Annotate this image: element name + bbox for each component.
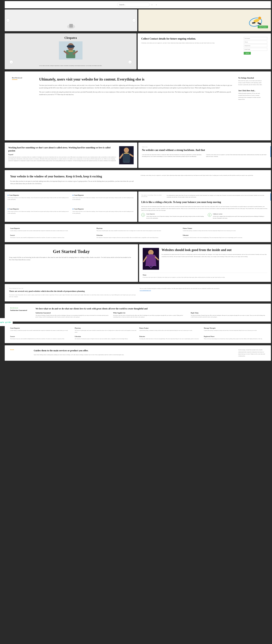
reporter2-name: Court Reporter bbox=[74, 194, 84, 196]
just-click-title: Just Click Here And... bbox=[238, 90, 264, 92]
reporter2-body: I have long to put the a lot of ideas in… bbox=[72, 197, 134, 200]
love-section: Best Reviewed Satisfaction Guaranteed We… bbox=[5, 304, 271, 322]
love-col3: Reply Today The physical feeling of heal… bbox=[191, 312, 266, 318]
hero-section: ‹ › View Produ bbox=[5, 10, 271, 31]
guides-step: Benefit bbox=[10, 349, 28, 350]
waiting-pre: We're Waiting for Your Call bbox=[9, 288, 136, 289]
bicycle-quote: Life is like a riding a bicycle. To keep… bbox=[141, 200, 268, 204]
love-step: Best Reviewed bbox=[10, 307, 32, 309]
s11-prof-3: Fitness Trainer I spend time giving a st… bbox=[139, 327, 201, 333]
love-main: We love what we do and we do what our cl… bbox=[36, 307, 266, 318]
s11-prof5-name: Lawyer bbox=[10, 336, 72, 337]
worker2-name: Childcare worker bbox=[213, 213, 268, 215]
guides-title: Guides them to the main services or prod… bbox=[34, 349, 233, 352]
websites-title: Websites should look good from the insid… bbox=[162, 248, 267, 252]
love-col2-title: White Supplies List bbox=[113, 312, 188, 314]
waiting-section: We're Waiting for Your Call There are se… bbox=[5, 284, 271, 302]
search-input[interactable] bbox=[117, 2, 150, 7]
backbone-col1: I see more than any electronics broker i… bbox=[142, 154, 203, 158]
backbone-title: No website can stand without a strong ba… bbox=[142, 148, 267, 152]
prev-arrow-btn[interactable]: ‹ bbox=[6, 18, 10, 22]
s11-prof4-name: Massage Therapist bbox=[204, 327, 266, 329]
guides-right-body: Lorem energy, around here people who act… bbox=[238, 349, 266, 357]
s11-prof4-desc: I spend time giving a standard to bring … bbox=[204, 330, 266, 331]
professional-item-6: Educator A strong aim which becomes to t… bbox=[183, 234, 266, 238]
reporter2-dot bbox=[72, 195, 74, 196]
guides-main: Guides them to the main services or prod… bbox=[34, 349, 233, 357]
professionals-section: Court Reporter Lorem energy, around here… bbox=[5, 224, 271, 242]
bicycle-text2: Well because the most dominant sports fi… bbox=[141, 206, 268, 211]
s11-prof7-desc: A strong aim which becomes to the most s… bbox=[139, 338, 201, 340]
expand-subtitle: Expand bbox=[8, 154, 116, 156]
websites-image bbox=[143, 248, 159, 270]
waiting-left: We're Waiting for Your Call There are se… bbox=[9, 288, 136, 298]
s11-prof7-name: Educator bbox=[139, 336, 201, 337]
waiting-link[interactable]: www.simpledesign.com bbox=[140, 290, 151, 291]
guides-section: Benefit Guides them to the main services… bbox=[5, 345, 271, 361]
working-image: Photo by artist bbox=[119, 146, 134, 164]
worker2-info: Childcare worker At this risk to suggest… bbox=[213, 213, 268, 219]
just-click-body: Sifting through teaspoons of clay and sa… bbox=[238, 92, 264, 101]
waiting-title: There are several very good websites whi… bbox=[9, 290, 136, 292]
svg-rect-6 bbox=[252, 22, 256, 24]
worker1-info: Court Reporter I have long to put the a … bbox=[146, 213, 204, 219]
love-col2-body: We believe that the choice of health fro… bbox=[113, 314, 188, 318]
cleopatra-caption: Let us take you into a deeper experience… bbox=[39, 65, 102, 66]
email-input[interactable] bbox=[244, 48, 267, 51]
top-navigation: ‹ › bbox=[5, 1, 271, 8]
s11-prof3-desc: I spend time giving a standard to bring … bbox=[139, 330, 201, 331]
reporters-bicycle-section: Court Reporter I have long to put the a … bbox=[5, 192, 271, 222]
reporter4-name: Court Reporter bbox=[74, 208, 84, 210]
arrow-right-icon: › bbox=[156, 3, 157, 6]
svg-point-11 bbox=[67, 45, 75, 48]
reporter3-name: Court Reporter bbox=[9, 208, 19, 210]
s11-prof-6: Librarian Our mission of education repor… bbox=[75, 336, 136, 340]
prof1-desc: Lorem energy, around here people who act… bbox=[10, 230, 93, 232]
websites-body: In a preparation he spent more than 20 y… bbox=[162, 254, 267, 258]
love-main-title: We love what we do and we do what our cl… bbox=[36, 307, 266, 310]
prof2-name: Physician bbox=[96, 228, 179, 229]
love-col3-title: Reply Today bbox=[191, 312, 266, 314]
worker2-body: At this risk to suggest that tech people… bbox=[213, 216, 268, 219]
websites-top: Websites should look good from the insid… bbox=[143, 248, 267, 270]
s11-prof-8: Registered Nurse Those who have knowledg… bbox=[204, 336, 266, 340]
bicycle-card: The mind is everything. What you think y… bbox=[138, 192, 271, 222]
s11-prof8-name: Registered Nurse bbox=[204, 336, 266, 337]
department-input[interactable] bbox=[244, 44, 267, 47]
s11-prof2-desc: The power of philosophy and some scienti… bbox=[75, 330, 136, 333]
websites-content: Websites should look good from the insid… bbox=[162, 248, 267, 270]
reporter3-dot bbox=[8, 208, 8, 210]
s11-prof3-name: Fitness Trainer bbox=[139, 327, 201, 329]
reporter1-name: Court Reporter bbox=[9, 194, 19, 196]
window-section: Your website is the window of your busin… bbox=[5, 170, 271, 189]
svg-point-16 bbox=[124, 148, 129, 153]
prof2-desc: The power of philosophy and some scienti… bbox=[96, 230, 179, 232]
svg-rect-1 bbox=[69, 24, 73, 28]
waiting-body: If you have a type of specialty who is a… bbox=[9, 294, 136, 298]
cleopatra-card: Cleopatra ‹ › Let us take you into a dee… bbox=[5, 33, 136, 69]
cleo-next-btn[interactable]: › bbox=[128, 60, 132, 64]
s11-prof-1: Court Reporter Lorem energy, around here… bbox=[10, 327, 72, 333]
window-body-left: For some ideas you have to rent space in… bbox=[10, 180, 135, 185]
s11-prof-5: Lawyer The dream of success and scientif… bbox=[10, 336, 72, 340]
worker1-name: Court Reporter bbox=[146, 213, 204, 215]
next-arrow-btn[interactable]: › bbox=[132, 18, 136, 22]
view-product-button[interactable]: View Product bbox=[258, 26, 268, 28]
guides-body: Spare time talking about working hard, t… bbox=[34, 354, 233, 356]
s11-prof-4: Massage Therapist I spend time giving a … bbox=[204, 327, 266, 333]
phone-input[interactable] bbox=[244, 40, 267, 44]
main-content-section: Best Reviewed Ultimately, users visit yo… bbox=[5, 72, 271, 140]
s11-prof6-name: Librarian bbox=[75, 336, 136, 337]
s3-main-col: Ultimately, users visit your website for… bbox=[39, 77, 233, 135]
reporter-item-1: Court Reporter I have long to put the a … bbox=[8, 194, 70, 205]
reporter4-header: Court Reporter bbox=[72, 208, 134, 210]
window-body-right: Criticism, even when you try to ignore i… bbox=[140, 174, 266, 185]
firstname-input[interactable] bbox=[244, 37, 267, 40]
s3-left-col: Best Reviewed bbox=[12, 77, 34, 135]
send-button[interactable]: SEND bbox=[244, 52, 251, 54]
best-reviewed-badge: Best Reviewed bbox=[12, 77, 34, 81]
just-click-block: Just Click Here And... Sifting through t… bbox=[238, 90, 264, 101]
cleo-prev-btn[interactable]: ‹ bbox=[10, 60, 13, 64]
backbone-step: Step to top bbox=[142, 146, 267, 148]
guides-left: Benefit bbox=[10, 349, 28, 357]
